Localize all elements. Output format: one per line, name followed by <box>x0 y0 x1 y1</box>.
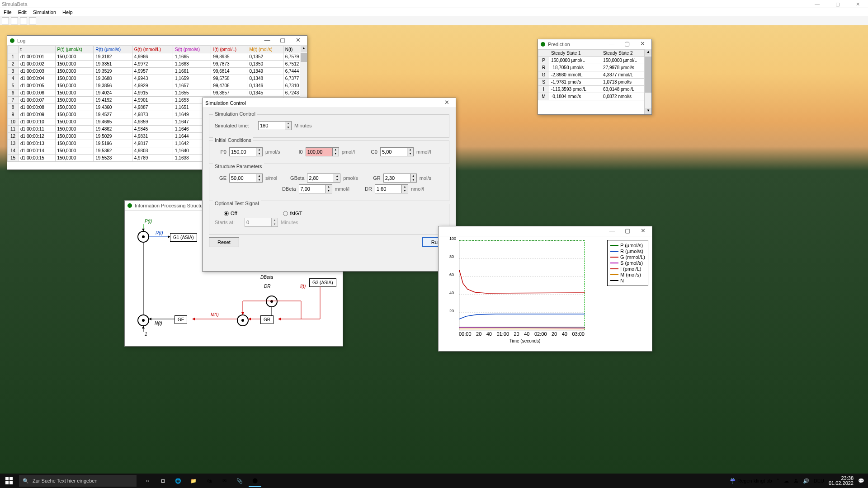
mail-icon[interactable]: ✉ <box>218 474 231 487</box>
p0-stepper[interactable]: ▲▼ <box>229 147 263 156</box>
table-row[interactable]: 6d1 00:00:06150,000019,40244,99151,16559… <box>8 89 307 97</box>
minimize-button[interactable]: — <box>807 0 827 8</box>
radio-fsigt[interactable]: fsIGT <box>283 211 302 216</box>
table-row[interactable]: G-2,8980 mmol/L4,3377 mmol/L <box>538 71 651 79</box>
column-header[interactable] <box>538 50 549 57</box>
maximize-button[interactable]: ▢ <box>276 37 289 45</box>
new-icon[interactable] <box>2 17 9 24</box>
stepper-down-icon[interactable]: ▼ <box>407 152 413 156</box>
explorer-icon[interactable]: 📁 <box>187 474 200 487</box>
column-header[interactable]: R(t) (µmol/s) <box>94 46 132 53</box>
dbeta-stepper[interactable]: ▲▼ <box>299 184 332 193</box>
close-button[interactable]: ✕ <box>636 40 649 48</box>
chevron-up-icon[interactable]: ˄ <box>777 478 779 484</box>
stepper-up-icon[interactable]: ▲ <box>333 148 339 152</box>
maximize-button[interactable]: ▢ <box>621 227 634 235</box>
table-row[interactable]: 4d1 00:00:04150,000019,36884,99431,16599… <box>8 75 307 82</box>
stepper-down-icon[interactable]: ▼ <box>326 189 332 193</box>
column-header[interactable]: t <box>19 46 56 53</box>
scroll-down-icon[interactable]: ▼ <box>645 108 651 114</box>
table-row[interactable]: 2d1 00:00:02150,000019,33514,99721,16639… <box>8 61 307 68</box>
stepper-up-icon[interactable]: ▲ <box>334 174 340 178</box>
column-header[interactable]: S(t) (pmol/s) <box>173 46 211 53</box>
table-row[interactable]: 3d1 00:00:03150,000019,35194,99571,16619… <box>8 68 307 75</box>
column-header[interactable]: P(t) (µmol/s) <box>55 46 94 53</box>
column-header[interactable]: G(t) (mmol/L) <box>132 46 173 53</box>
menu-file[interactable]: File <box>4 9 12 15</box>
cortana-icon[interactable]: ○ <box>141 474 154 487</box>
gr-stepper[interactable]: ▲▼ <box>383 174 417 183</box>
ge-stepper[interactable]: ▲▼ <box>229 174 263 183</box>
dr-input[interactable] <box>375 185 401 193</box>
store-icon[interactable]: 🛍 <box>203 474 215 487</box>
menu-simulation[interactable]: Simulation <box>33 9 56 15</box>
i0-input[interactable] <box>306 148 332 156</box>
radio-off[interactable]: Off <box>224 211 237 216</box>
start-button[interactable] <box>0 474 18 488</box>
scroll-thumb[interactable] <box>645 56 651 93</box>
close-button[interactable]: ✕ <box>440 99 453 107</box>
task-view-icon[interactable]: ⊞ <box>156 474 169 487</box>
stepper-up-icon[interactable]: ▲ <box>256 148 262 152</box>
export-icon[interactable] <box>29 17 36 24</box>
close-button[interactable]: ✕ <box>637 227 649 235</box>
simulated-time-input[interactable] <box>259 122 285 130</box>
scroll-up-icon[interactable]: ▲ <box>301 46 307 52</box>
stepper-up-icon[interactable]: ▲ <box>256 174 262 178</box>
edge-icon[interactable]: 🌐 <box>172 474 184 487</box>
scrollbar[interactable]: ▲ ▼ <box>644 49 651 114</box>
close-button[interactable]: ✕ <box>292 37 304 45</box>
stepper-down-icon[interactable]: ▼ <box>285 126 291 130</box>
stepper-down-icon[interactable]: ▼ <box>256 178 262 182</box>
column-header[interactable]: Steady State 2 <box>601 50 651 57</box>
scroll-thumb[interactable] <box>301 53 307 62</box>
ge-input[interactable] <box>230 174 256 182</box>
weather-widget[interactable]: ☔ Regen klingt ab <box>730 478 772 484</box>
taskbar-search[interactable]: 🔍 Zur Suche Text hier eingeben <box>19 475 137 487</box>
table-row[interactable]: P150,0000 µmol/L150,0000 µmol/L <box>538 57 651 64</box>
minimize-button[interactable]: — <box>606 227 618 235</box>
prediction-table[interactable]: Steady State 1Steady State 2P150,0000 µm… <box>538 49 651 100</box>
stepper-down-icon[interactable]: ▼ <box>334 178 340 182</box>
stepper-up-icon[interactable]: ▲ <box>326 185 332 189</box>
g0-stepper[interactable]: ▲▼ <box>380 147 414 156</box>
column-header[interactable]: I(t) (pmol/L) <box>211 46 247 53</box>
close-button[interactable]: ✕ <box>848 0 868 8</box>
column-header[interactable] <box>8 46 19 53</box>
stepper-up-icon[interactable]: ▲ <box>285 122 291 126</box>
onedrive-icon[interactable]: ☁ <box>784 478 789 484</box>
clock[interactable]: 23:38 01.02.2022 <box>829 476 854 486</box>
g0-input[interactable] <box>381 148 407 156</box>
dbeta-input[interactable] <box>299 185 326 193</box>
open-icon[interactable] <box>11 17 18 24</box>
maximize-button[interactable]: ▢ <box>827 0 848 8</box>
stepper-down-icon[interactable]: ▼ <box>333 152 339 156</box>
app-icon[interactable]: ⬤ <box>249 474 261 487</box>
stepper-down-icon[interactable]: ▼ <box>256 152 262 156</box>
gbeta-input[interactable] <box>307 174 334 182</box>
table-row[interactable]: S-1,9781 pmol/s1,0713 pmol/s <box>538 79 651 86</box>
gbeta-stepper[interactable]: ▲▼ <box>307 174 340 183</box>
scroll-up-icon[interactable]: ▲ <box>645 49 651 56</box>
menu-help[interactable]: Help <box>62 9 73 15</box>
stepper-up-icon[interactable]: ▲ <box>402 185 408 189</box>
table-row[interactable]: 5d1 00:00:05150,000019,38564,99291,16579… <box>8 82 307 89</box>
column-header[interactable]: M(t) (mol/s) <box>247 46 283 53</box>
table-row[interactable]: R-18,7050 µmol/s27,9978 µmol/s <box>538 64 651 71</box>
minimize-button[interactable]: — <box>605 40 618 48</box>
dr-stepper[interactable]: ▲▼ <box>375 184 408 193</box>
table-row[interactable]: M-0,1804 nmol/s0,0872 nmol/s <box>538 93 651 100</box>
stepper-up-icon[interactable]: ▲ <box>407 148 413 152</box>
save-icon[interactable] <box>20 17 27 24</box>
table-row[interactable]: I-116,3593 pmol/L63,0148 pmol/L <box>538 86 651 93</box>
volume-icon[interactable]: 🔊 <box>803 478 809 484</box>
column-header[interactable]: Steady State 1 <box>549 50 601 57</box>
network-icon[interactable]: 🖧 <box>793 478 798 483</box>
reset-button[interactable]: Reset <box>209 237 239 247</box>
stepper-down-icon[interactable]: ▼ <box>402 189 408 193</box>
stepper-up-icon[interactable]: ▲ <box>410 174 416 178</box>
stepper-down-icon[interactable]: ▼ <box>410 178 416 182</box>
notifications-icon[interactable]: 💬 <box>858 478 864 484</box>
language-icon[interactable]: DEU <box>814 478 824 483</box>
maximize-button[interactable]: ▢ <box>621 40 633 48</box>
